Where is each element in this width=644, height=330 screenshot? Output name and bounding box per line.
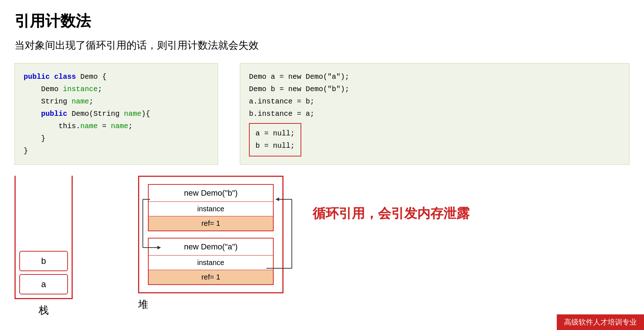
class-name: Demo { [80, 73, 106, 81]
heap-object-a-instance: instance [149, 256, 273, 270]
heap-object-b-ref: ref= 1 [149, 216, 273, 231]
field-instance: instance [63, 85, 98, 93]
heap-object-a-ref: ref= 1 [149, 270, 273, 284]
null-box: a = null; b = null; [249, 123, 301, 156]
heap-object-b: new Demo("b") instance ref= 1 [148, 184, 274, 231]
bottom-banner: 高级软件人才培训专业 [557, 314, 644, 330]
heap-object-a: new Demo("a") instance ref= 1 [148, 238, 274, 285]
heap-object-a-title: new Demo("a") [149, 239, 273, 256]
subtitle: 当对象间出现了循环引用的话，则引用计数法就会失效 [15, 38, 629, 52]
stack-cell-b: b [19, 251, 68, 271]
code-box-right: Demo a = new Demo("a"); Demo b = new Dem… [240, 63, 629, 165]
kw-class: class [54, 73, 80, 81]
stack-label: 栈 [39, 303, 49, 317]
stack-cell-a: a [19, 274, 68, 294]
top-section: public class Demo { Demo instance; Strin… [15, 63, 629, 165]
code-box-left: public class Demo { Demo instance; Strin… [15, 63, 218, 165]
heap-label: 堆 [138, 298, 283, 311]
heap-outer: new Demo("b") instance ref= 1 new Demo("… [138, 176, 283, 293]
kw-public: public [24, 73, 54, 81]
diagrams-row: b a 栈 new Demo("b") instance ref= 1 new … [15, 176, 629, 317]
heap-object-b-title: new Demo("b") [149, 185, 273, 202]
svg-marker-7 [275, 197, 279, 201]
warning-text: 循环引用，会引发内存泄露 [313, 205, 470, 223]
main-container: 引用计数法 当对象间出现了循环引用的话，则引用计数法就会失效 public cl… [0, 0, 644, 330]
heap-and-arrows: new Demo("b") instance ref= 1 new Demo("… [138, 176, 283, 311]
heap-object-b-instance: instance [149, 202, 273, 216]
field-demo: Demo [24, 85, 63, 93]
page-title: 引用计数法 [15, 11, 629, 31]
stack-diagram: b a 栈 [15, 176, 73, 317]
